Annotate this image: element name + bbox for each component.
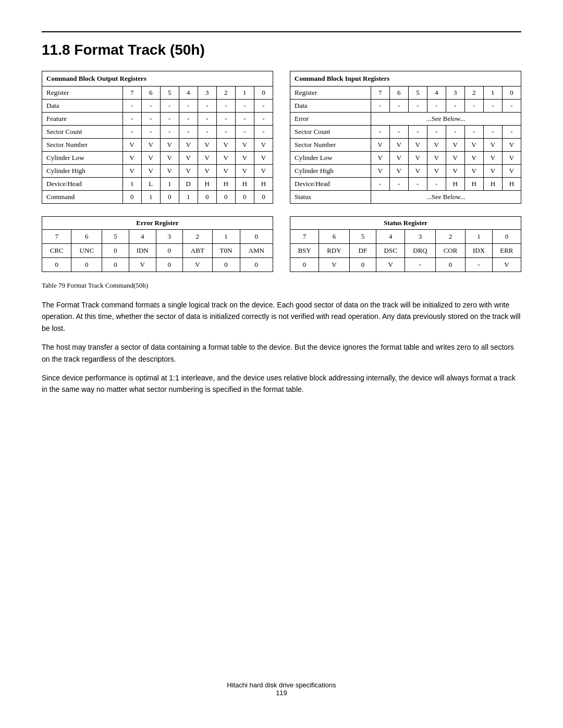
sta-h7: 7 xyxy=(290,230,319,244)
sta-rdy: RDY xyxy=(319,244,350,258)
input-col-register: Register xyxy=(290,87,371,100)
table-row: Command01010000 xyxy=(42,191,273,204)
err-v3: V xyxy=(129,258,156,272)
input-registers-table: Command Block Input Registers Register 7… xyxy=(290,71,521,204)
err-v4: 0 xyxy=(156,258,183,272)
table-row: Sector NumberVVVVVVVV xyxy=(42,139,273,152)
table-row: Sector Count-------- xyxy=(290,126,521,139)
sta-h3: 3 xyxy=(405,230,436,244)
sta-v6: - xyxy=(466,258,493,272)
err-h2: 2 xyxy=(183,230,212,244)
err-v0: 0 xyxy=(42,258,71,272)
output-col-register: Register xyxy=(42,87,123,100)
err-t0n: T0N xyxy=(212,244,240,258)
sta-err: ERR xyxy=(492,244,521,258)
err-0b: 0 xyxy=(156,244,183,258)
sta-dsc: DSC xyxy=(376,244,405,258)
sta-df: DF xyxy=(349,244,376,258)
sta-v2: 0 xyxy=(349,258,376,272)
main-tables-row: Command Block Output Registers Register … xyxy=(42,71,521,204)
sta-drq: DRQ xyxy=(405,244,436,258)
input-col-2: 2 xyxy=(464,87,483,100)
table-row: Device/Head1L1DHHHH xyxy=(42,178,273,191)
table-row: Sector NumberVVVVVVVV xyxy=(290,139,521,152)
input-table-header: Command Block Input Registers xyxy=(290,71,521,87)
sta-cor: COR xyxy=(435,244,465,258)
sta-h6: 6 xyxy=(319,230,350,244)
output-col-0: 0 xyxy=(254,87,273,100)
section-title: 11.8 Format Track (50h) xyxy=(42,42,521,58)
table-row: Feature-------- xyxy=(42,113,273,126)
err-abt: ABT xyxy=(183,244,212,258)
table-row: Data-------- xyxy=(290,100,521,113)
table-row: Status...See Below... xyxy=(290,191,521,204)
input-col-6: 6 xyxy=(389,87,408,100)
output-col-2: 2 xyxy=(216,87,235,100)
output-col-3: 3 xyxy=(198,87,216,100)
body-paragraph-2: The host may transfer a sector of data c… xyxy=(42,341,521,365)
input-col-0: 0 xyxy=(502,87,521,100)
input-col-3: 3 xyxy=(446,87,464,100)
err-v6: 0 xyxy=(212,258,240,272)
sta-idx: IDX xyxy=(466,244,493,258)
error-register-wrap: Error Register 7 6 5 4 3 2 1 0 CRC xyxy=(42,216,273,272)
table-caption: Table 79 Format Track Command(50h) xyxy=(42,281,521,290)
err-h5: 5 xyxy=(102,230,129,244)
output-col-5: 5 xyxy=(160,87,179,100)
output-registers-table: Command Block Output Registers Register … xyxy=(42,71,273,204)
err-h3: 3 xyxy=(156,230,183,244)
bottom-tables-row: Error Register 7 6 5 4 3 2 1 0 CRC xyxy=(42,216,521,272)
err-h6: 6 xyxy=(71,230,102,244)
sta-h4: 4 xyxy=(376,230,405,244)
error-value-row: 0 0 0 V 0 V 0 0 xyxy=(42,258,273,272)
table-row: Sector Count-------- xyxy=(42,126,273,139)
sta-h1: 1 xyxy=(466,230,493,244)
output-table-header: Command Block Output Registers xyxy=(42,71,273,87)
err-h7: 7 xyxy=(42,230,71,244)
err-crc: CRC xyxy=(42,244,71,258)
err-v7: 0 xyxy=(240,258,273,272)
input-col-4: 4 xyxy=(427,87,446,100)
err-v2: 0 xyxy=(102,258,129,272)
sta-v5: 0 xyxy=(435,258,465,272)
body-paragraph-3: Since device performance is optimal at 1… xyxy=(42,372,521,396)
footer-page: 119 xyxy=(42,689,521,697)
table-row: Error...See Below... xyxy=(290,113,521,126)
output-registers-wrap: Command Block Output Registers Register … xyxy=(42,71,273,204)
status-header-row: 7 6 5 4 3 2 1 0 xyxy=(290,230,521,244)
err-0a: 0 xyxy=(102,244,129,258)
output-col-7: 7 xyxy=(123,87,141,100)
error-register-title: Error Register xyxy=(42,216,273,229)
sta-h0: 0 xyxy=(492,230,521,244)
status-register-title: Status Register xyxy=(290,216,521,229)
sta-v4: - xyxy=(405,258,436,272)
sta-v0: 0 xyxy=(290,258,319,272)
status-value-row: 0 V 0 V - 0 - V xyxy=(290,258,521,272)
status-register-wrap: Status Register 7 6 5 4 3 2 1 0 BSY xyxy=(290,216,521,272)
status-label-row: BSY RDY DF DSC DRQ COR IDX ERR xyxy=(290,244,521,258)
err-h0: 0 xyxy=(240,230,273,244)
table-row: Cylinder LowVVVVVVVV xyxy=(42,152,273,165)
sta-h5: 5 xyxy=(349,230,376,244)
input-col-1: 1 xyxy=(483,87,502,100)
table-row: Cylinder LowVVVVVVVV xyxy=(290,152,521,165)
footer: Hitachi hard disk drive specifications 1… xyxy=(42,681,521,697)
sta-v7: V xyxy=(492,258,521,272)
error-label-row: CRC UNC 0 IDN 0 ABT T0N AMN xyxy=(42,244,273,258)
error-header-row: 7 6 5 4 3 2 1 0 xyxy=(42,230,273,244)
body-paragraph-1: The Format Track command formats a singl… xyxy=(42,299,521,334)
err-v1: 0 xyxy=(71,258,102,272)
err-idn: IDN xyxy=(129,244,156,258)
sta-v1: V xyxy=(319,258,350,272)
output-col-1: 1 xyxy=(235,87,254,100)
err-unc: UNC xyxy=(71,244,102,258)
sta-bsy: BSY xyxy=(290,244,319,258)
table-row: Cylinder HighVVVVVVVV xyxy=(290,165,521,178)
err-h1: 1 xyxy=(212,230,240,244)
table-row: Cylinder HighVVVVVVVV xyxy=(42,165,273,178)
output-col-4: 4 xyxy=(179,87,198,100)
table-row: Data-------- xyxy=(42,100,273,113)
footer-text: Hitachi hard disk drive specifications xyxy=(42,681,521,689)
error-register-table: 7 6 5 4 3 2 1 0 CRC UNC 0 IDN 0 xyxy=(42,229,273,272)
table-row: Device/Head----HHHH xyxy=(290,178,521,191)
